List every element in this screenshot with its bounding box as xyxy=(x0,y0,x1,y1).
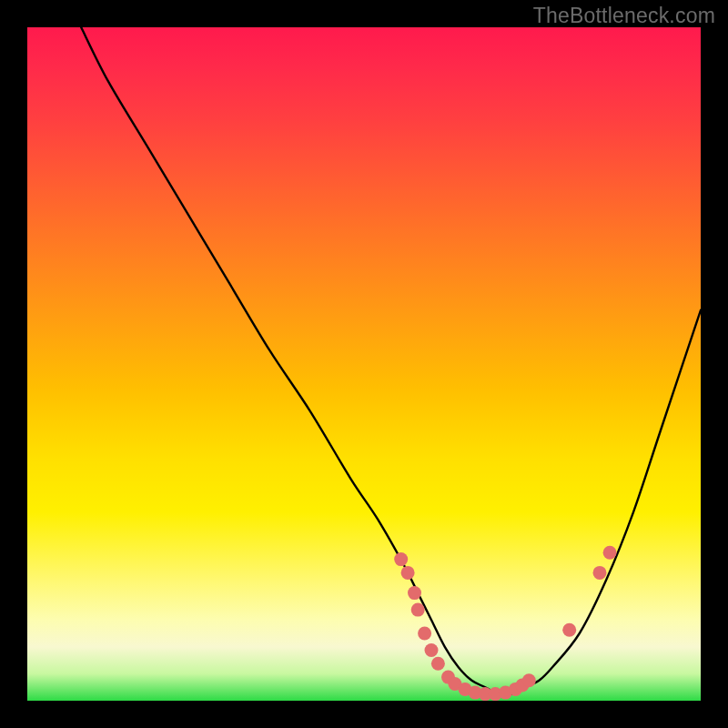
bottleneck-curve xyxy=(81,27,701,695)
watermark-text: TheBottleneck.com xyxy=(533,4,715,28)
data-marker xyxy=(418,627,431,641)
data-marker xyxy=(431,657,445,671)
data-marker xyxy=(593,566,607,580)
data-markers xyxy=(394,546,616,701)
data-marker xyxy=(603,546,617,560)
data-marker xyxy=(411,603,425,617)
data-marker xyxy=(522,673,536,687)
data-marker xyxy=(562,623,576,637)
data-marker xyxy=(425,643,439,657)
data-marker xyxy=(394,552,408,566)
data-marker xyxy=(401,566,415,580)
chart-frame: TheBottleneck.com xyxy=(0,0,728,728)
curve-layer xyxy=(27,27,701,701)
data-marker xyxy=(408,586,421,600)
